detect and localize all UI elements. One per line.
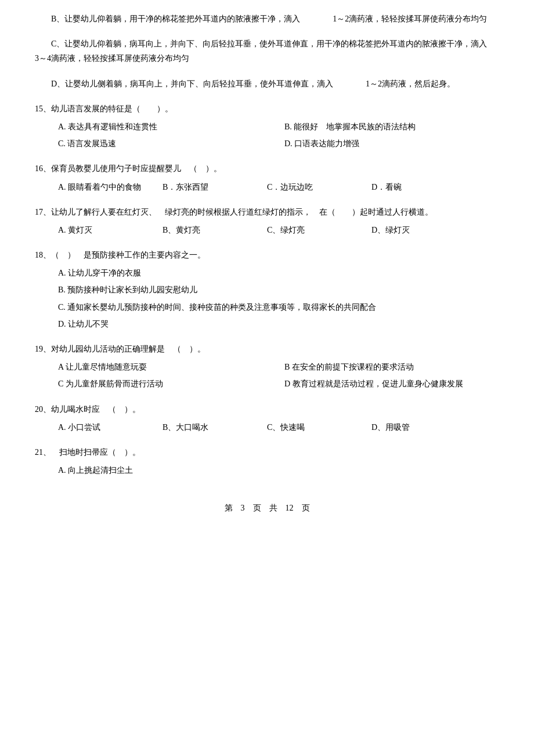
q19-optC: C 为儿童舒展筋骨而进行活动	[58, 377, 273, 391]
q20-text: 20、幼儿喝水时应 （ ）。	[35, 402, 499, 417]
q19-optD: D 教育过程就是活动过程，促进儿童身心健康发展	[284, 377, 499, 391]
q19-optB: B 在安全的前提下按课程的要求活动	[284, 360, 499, 374]
q20-optA: A. 小口尝试	[58, 420, 151, 435]
q18-optC: C. 通知家长婴幼儿预防接种的时间、接种疫苗的种类及注意事项等，取得家长的共同配…	[35, 300, 499, 314]
option-d-text: D、让婴幼儿侧着躺，病耳向上，并向下、向后轻拉耳垂，使外耳道伸直，滴入 1～2滴…	[35, 77, 499, 91]
q17-options: A. 黄灯灭 B、黄灯亮 C、绿灯亮 D、绿灯灭	[35, 223, 499, 237]
q18-text: 18、（ ） 是预防接种工作的主要内容之一。	[35, 248, 499, 262]
q15-optC: C. 语言发展迅速	[58, 136, 273, 151]
q20-options: A. 小口尝试 B、大口喝水 C、快速喝 D、用吸管	[35, 420, 499, 435]
q19-optA: A 让儿童尽情地随意玩耍	[58, 360, 273, 374]
q15-optB: B. 能很好 地掌握本民族的语法结构	[284, 120, 499, 134]
q15-optA: A. 表达具有逻辑性和连贯性	[58, 120, 273, 134]
q16-optA: A. 眼睛看着勺中的食物	[58, 180, 151, 194]
q16-optC: C．边玩边吃	[267, 180, 360, 194]
question-18: 18、（ ） 是预防接种工作的主要内容之一。 A. 让幼儿穿干净的衣服 B. 预…	[35, 248, 499, 331]
page-number: 第 3 页 共 12 页	[225, 504, 310, 512]
question-17: 17、让幼儿了解行人要在红灯灭、 绿灯亮的时候根据人行道红绿灯的指示， 在（ ）…	[35, 205, 499, 237]
q16-text: 16、保育员教婴儿使用勺子时应提醒婴儿 （ ）。	[35, 161, 499, 176]
q17-optD: D、绿灯灭	[371, 223, 464, 237]
q15-options: A. 表达具有逻辑性和连贯性 B. 能很好 地掌握本民族的语法结构 C. 语言发…	[35, 120, 499, 151]
q19-options: A 让儿童尽情地随意玩耍 B 在安全的前提下按课程的要求活动 C 为儿童舒展筋骨…	[35, 360, 499, 391]
option-b-block: B、让婴幼儿仰着躺，用干净的棉花签把外耳道内的脓液擦干净，滴入 1～2滴药液，轻…	[35, 12, 499, 26]
q16-optD: D．看碗	[371, 180, 464, 194]
q15-text: 15、幼儿语言发展的特征是（ ）。	[35, 102, 499, 116]
option-c-block: C、让婴幼儿仰着躺，病耳向上，并向下、向后轻拉耳垂，使外耳道伸直，用干净的棉花签…	[35, 37, 499, 66]
q18-optA: A. 让幼儿穿干净的衣服	[35, 266, 499, 280]
q21-text: 21、 扫地时扫帚应（ ）。	[35, 445, 499, 460]
question-20: 20、幼儿喝水时应 （ ）。 A. 小口尝试 B、大口喝水 C、快速喝 D、用吸…	[35, 402, 499, 435]
question-21: 21、 扫地时扫帚应（ ）。 A. 向上挑起清扫尘土	[35, 445, 499, 478]
question-19: 19、对幼儿园幼儿活动的正确理解是 （ ）。 A 让儿童尽情地随意玩耍 B 在安…	[35, 342, 499, 392]
q16-optB: B．东张西望	[163, 180, 255, 194]
q17-optB: B、黄灯亮	[163, 223, 255, 237]
q16-options: A. 眼睛看着勺中的食物 B．东张西望 C．边玩边吃 D．看碗	[35, 180, 499, 194]
option-b-text: B、让婴幼儿仰着躺，用干净的棉花签把外耳道内的脓液擦干净，滴入 1～2滴药液，轻…	[35, 12, 499, 26]
q17-optC: C、绿灯亮	[267, 223, 360, 237]
q20-optD: D、用吸管	[371, 420, 464, 435]
q20-optB: B、大口喝水	[163, 420, 255, 435]
q21-optA: A. 向上挑起清扫尘土	[35, 463, 499, 478]
option-d-block: D、让婴幼儿侧着躺，病耳向上，并向下、向后轻拉耳垂，使外耳道伸直，滴入 1～2滴…	[35, 77, 499, 91]
question-15: 15、幼儿语言发展的特征是（ ）。 A. 表达具有逻辑性和连贯性 B. 能很好 …	[35, 102, 499, 151]
q17-text: 17、让幼儿了解行人要在红灯灭、 绿灯亮的时候根据人行道红绿灯的指示， 在（ ）…	[35, 205, 499, 219]
q19-text: 19、对幼儿园幼儿活动的正确理解是 （ ）。	[35, 342, 499, 356]
q18-optD: D. 让幼儿不哭	[35, 317, 499, 331]
q18-optB: B. 预防接种时让家长到幼儿园安慰幼儿	[35, 283, 499, 297]
question-16: 16、保育员教婴儿使用勺子时应提醒婴儿 （ ）。 A. 眼睛看着勺中的食物 B．…	[35, 161, 499, 194]
q17-optA: A. 黄灯灭	[58, 223, 151, 237]
q20-optC: C、快速喝	[267, 420, 360, 435]
option-c-text: C、让婴幼儿仰着躺，病耳向上，并向下、向后轻拉耳垂，使外耳道伸直，用干净的棉花签…	[35, 37, 499, 66]
q15-optD: D. 口语表达能力增强	[284, 136, 499, 151]
page-footer: 第 3 页 共 12 页	[35, 501, 499, 515]
